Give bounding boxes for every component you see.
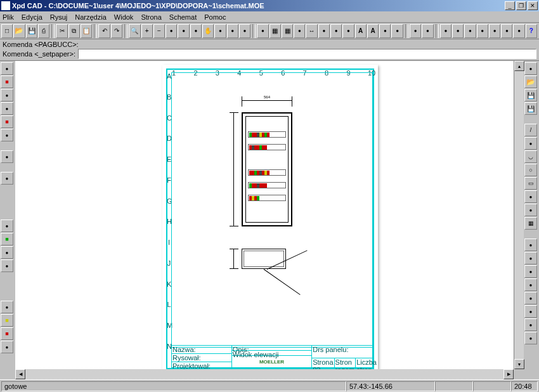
zoom-prev-icon[interactable] (190, 24, 202, 38)
open-icon[interactable] (13, 24, 25, 38)
paste-icon[interactable] (81, 24, 92, 38)
tool-d-icon[interactable] (452, 24, 464, 38)
cut-icon[interactable] (56, 24, 67, 38)
moeller-logo: MOELLER (232, 356, 311, 367)
menu-narzedzia[interactable]: Narzędzia (75, 13, 107, 21)
zoom-out-icon[interactable] (153, 24, 165, 38)
menu-widok[interactable]: Widok (114, 13, 134, 21)
ltool-7-icon[interactable] (1, 150, 13, 163)
print-icon[interactable] (38, 24, 49, 38)
ltool-4-icon[interactable] (1, 102, 13, 115)
rotate-icon[interactable] (524, 265, 537, 278)
circle-icon[interactable] (524, 164, 537, 176)
ltool-2-icon[interactable] (1, 75, 13, 88)
scroll-up-icon[interactable]: ▲ (514, 61, 524, 71)
tool-f-icon[interactable] (477, 24, 488, 38)
redo-icon[interactable] (111, 24, 122, 38)
tool-i-icon[interactable] (513, 24, 524, 38)
fillet-icon[interactable] (524, 332, 537, 344)
ltool-14-icon[interactable] (1, 314, 13, 327)
zoom-window-icon[interactable] (178, 24, 189, 38)
new-icon[interactable] (1, 24, 13, 38)
ltool-15-icon[interactable] (1, 327, 13, 340)
copy2-icon[interactable] (524, 252, 537, 265)
ltool-5-icon[interactable] (1, 115, 13, 128)
extend-icon[interactable] (524, 318, 537, 331)
line-icon[interactable] (524, 124, 537, 136)
rtool-a4-icon[interactable] (524, 102, 537, 115)
view-icon[interactable] (239, 24, 250, 38)
menu-strona[interactable]: Strona (141, 13, 161, 21)
scale-icon[interactable] (524, 292, 537, 304)
ltool-11-icon[interactable] (1, 246, 13, 259)
ellipse-icon[interactable] (524, 204, 537, 216)
hatch2-icon[interactable] (524, 217, 537, 230)
menu-pomoc[interactable]: Pomoc (204, 13, 226, 21)
scroll-right-icon[interactable]: ▶ (503, 369, 514, 379)
ltool-12-icon[interactable] (1, 259, 13, 272)
drawing-canvas[interactable]: 12345678910 ABCDEFGHIJKLMN 564 (15, 61, 514, 369)
ltool-6-icon[interactable] (1, 129, 13, 141)
zoom-icon[interactable] (129, 24, 140, 38)
ltool-9-icon[interactable] (1, 219, 13, 232)
attr-icon[interactable] (379, 24, 391, 38)
ortho-icon[interactable] (282, 24, 293, 38)
vertical-scrollbar[interactable]: ▲ ▼ (514, 61, 524, 369)
spline-icon[interactable] (524, 190, 537, 203)
ltool-16-icon[interactable] (1, 341, 13, 353)
pan-icon[interactable] (202, 24, 214, 38)
undo-icon[interactable] (98, 24, 110, 38)
command-input[interactable] (78, 49, 536, 59)
ltool-13-icon[interactable] (1, 301, 13, 313)
dim2-icon[interactable] (318, 24, 330, 38)
menu-plik[interactable]: Plik (3, 13, 14, 21)
move-icon[interactable] (524, 238, 537, 251)
osnap-icon[interactable] (294, 24, 305, 38)
polyline-icon[interactable] (524, 137, 537, 150)
rtool-a1-icon[interactable] (524, 62, 537, 75)
scroll-down-icon[interactable]: ▼ (514, 359, 524, 369)
tool-g-icon[interactable] (489, 24, 500, 38)
menu-edycja[interactable]: Edycja (22, 13, 42, 21)
mirror-icon[interactable] (524, 278, 537, 291)
title-block: Nazwa: Rysował: Projektował: Zatwierdził… (171, 345, 373, 368)
copy-icon[interactable] (68, 24, 80, 38)
regen-icon[interactable] (227, 24, 238, 38)
rtool-a2-icon[interactable] (524, 75, 537, 88)
ltool-8-icon[interactable] (1, 172, 13, 185)
zoom-extents-icon[interactable] (166, 24, 177, 38)
arc-icon[interactable] (524, 150, 537, 163)
tool-e-icon[interactable] (464, 24, 476, 38)
canvas-wrap: 12345678910 ABCDEFGHIJKLMN 564 (15, 61, 524, 369)
grid-icon[interactable] (270, 24, 281, 38)
snap-icon[interactable] (257, 24, 268, 38)
block-icon[interactable] (342, 24, 354, 38)
close-button[interactable]: ✕ (528, 1, 538, 10)
tool-b-icon[interactable] (422, 24, 433, 38)
zoom-in-icon[interactable] (141, 24, 153, 38)
redraw-icon[interactable] (214, 24, 226, 38)
menu-rysuj[interactable]: Rysuj (50, 13, 68, 21)
minimize-button[interactable]: _ (505, 1, 515, 10)
layer-icon[interactable] (391, 24, 403, 38)
ltool-10-icon[interactable] (1, 233, 13, 245)
rect-icon[interactable] (524, 177, 537, 190)
scroll-left-icon[interactable]: ◀ (15, 369, 25, 379)
tool-a-icon[interactable] (410, 24, 421, 38)
ltool-1-icon[interactable] (1, 62, 13, 75)
save-icon[interactable] (26, 24, 37, 38)
hatch-icon[interactable] (330, 24, 342, 38)
text-icon[interactable] (355, 24, 367, 38)
ltool-3-icon[interactable] (1, 89, 13, 101)
tool-h-icon[interactable] (501, 24, 512, 38)
tool-c-icon[interactable] (440, 24, 451, 38)
titlebar: Xpd CAD - C:\DOCUME~1\user 4\MOJEDO~1\XP… (0, 0, 539, 11)
mtext-icon[interactable] (367, 24, 379, 38)
trim-icon[interactable] (524, 305, 537, 318)
menu-schemat[interactable]: Schemat (169, 13, 197, 21)
help-icon[interactable] (526, 24, 537, 38)
maximize-button[interactable]: ❐ (516, 1, 526, 10)
rtool-a3-icon[interactable] (524, 89, 537, 101)
dimension-icon[interactable] (306, 24, 317, 38)
horizontal-scrollbar[interactable]: ◀ ▶ (0, 369, 539, 379)
